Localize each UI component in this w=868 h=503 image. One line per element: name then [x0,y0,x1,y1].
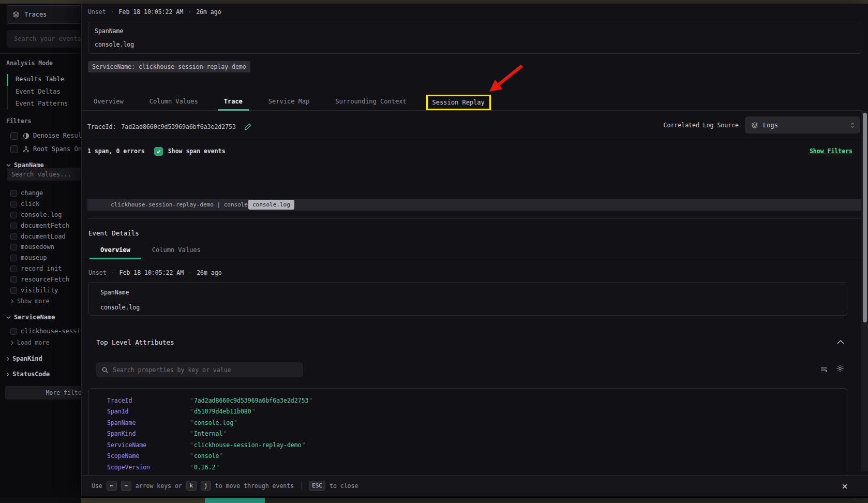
show-span-events-checkbox[interactable] [154,147,163,156]
option-console-log[interactable]: console.log [0,211,81,219]
footer-separator [301,482,302,490]
attribute-row[interactable]: ServiceName clickhouse-session-replay-de… [107,439,847,451]
load-more-link[interactable]: Load more [10,339,49,346]
source-select-traces[interactable]: Traces [7,5,81,24]
tab-overview[interactable]: Overview [87,92,130,110]
denoise-checkbox[interactable] [10,132,18,140]
span-bar[interactable]: console.log [248,200,294,210]
show-filters-link[interactable]: Show Filters [810,147,852,155]
log-source-select[interactable]: Logs [745,116,860,134]
span-card-value: console.log [100,304,140,311]
attribute-row[interactable]: SpanKind Internal [107,428,847,440]
properties-search-input[interactable] [96,362,303,377]
option-checkbox[interactable] [10,201,17,208]
option-checkbox[interactable] [10,190,17,197]
option-checkbox[interactable] [10,233,17,240]
attribute-row[interactable]: ScopeVersion 0.16.2 [107,462,847,473]
more-filters-button[interactable]: More filters [5,386,81,400]
filters-title: Filters [6,117,31,125]
select-updown-icon [850,122,855,129]
span-events-row: 1 span, 0 errors Show span events [87,145,226,157]
scrollbar-thumb[interactable] [863,113,867,322]
event-details-title: Event Details [88,229,139,237]
denoise-results-toggle[interactable]: Denoise Results [0,131,81,140]
option-clickhouse-service[interactable]: clickhouse-session-replay-demo [0,327,81,335]
group-servicename[interactable]: ServiceName [6,313,55,321]
attribute-row[interactable]: SpanName console.log [107,417,847,428]
tab-column-values[interactable]: Column Values [143,92,204,110]
chevron-down-icon [6,316,11,319]
subtab-overview[interactable]: Overview [89,241,141,259]
option-checkbox[interactable] [10,244,17,250]
option-checkbox[interactable] [10,265,17,272]
wrap-lines-icon[interactable] [820,365,828,374]
attribute-row[interactable]: ScopeName console [107,451,847,462]
option-checkbox[interactable] [10,212,17,218]
tab-session-replay[interactable]: Session Replay [426,95,491,110]
option-checkbox[interactable] [10,255,17,261]
option-checkbox[interactable] [10,223,17,229]
esc-key: ESC [309,481,325,491]
denoise-icon [23,132,29,139]
mode-event-deltas[interactable]: Event Deltas [16,88,61,95]
span-card-label: SpanName [95,27,123,35]
option-documentfetch[interactable]: documentFetch [0,221,81,230]
events-search-input[interactable] [7,30,81,48]
mode-results-table[interactable]: Results Table [16,76,64,83]
chevron-down-icon [6,164,11,167]
span-name-card: SpanName console.log [88,22,861,54]
chevron-right-icon [6,372,9,377]
correlated-log-source-label: Correlated Log Source [664,122,739,129]
event-relative-time: 26m ago [196,8,221,16]
mode-rail-active [7,74,8,86]
attributes-table: TraceId 7ad2ad8660c9d53969a6bf6a3e2d2753… [88,388,847,482]
drawer-tabs: Overview Column Values Trace Service Map… [82,92,862,111]
log-source-value: Logs [763,122,778,129]
option-change[interactable]: change [0,189,81,197]
group-statuscode[interactable]: StatusCode [6,370,50,378]
chevron-right-icon [10,341,14,345]
service-filter-chip[interactable]: ServiceName: clickhouse-session-replay-d… [88,61,250,72]
trace-id-row: TraceId: 7ad2ad8660c9d53969a6bf6a3e2d275… [87,123,251,131]
bottom-strip-teal [205,498,265,503]
layers-icon [751,122,758,129]
mode-event-patterns[interactable]: Event Patterns [16,100,68,107]
bottom-strip-olive [81,498,205,503]
event-side-panel: Unset · Feb 18 10:05:22 AM · 26m ago Spa… [81,4,868,496]
status-badge: Unset [88,269,107,276]
source-label: Traces [24,11,47,18]
sidebar-divider [0,53,81,54]
event-relative-time: 26m ago [197,269,221,276]
tab-surrounding-context[interactable]: Surrounding Context [329,92,412,110]
show-more-link[interactable]: Show more [10,298,49,305]
collapse-chevron-up-icon[interactable] [837,340,844,344]
analysis-mode-title: Analysis Mode [6,60,53,67]
waterfall-row[interactable]: clickhouse-session-replay-demo | console… [87,199,861,211]
drawer-footer: Use ← → arrow keys or k j to move throug… [82,475,868,496]
search-icon [101,366,109,374]
option-resourcefetch[interactable]: resourceFetch [0,275,81,284]
tab-trace[interactable]: Trace [218,92,249,110]
root-spans-toggle[interactable]: Root Spans Only [0,145,81,153]
gear-icon[interactable] [836,364,844,373]
option-checkbox[interactable] [10,276,17,283]
subtab-column-values[interactable]: Column Values [141,241,212,259]
option-record-init[interactable]: record init [0,264,81,273]
root-spans-checkbox[interactable] [10,145,18,153]
divider [88,218,861,219]
tab-service-map[interactable]: Service Map [262,92,316,110]
edit-pencil-icon[interactable] [244,123,251,130]
option-visibility[interactable]: visibility [0,286,81,294]
option-mouseup[interactable]: mouseup [0,254,81,262]
option-checkbox[interactable] [10,328,17,335]
option-mousedown[interactable]: mousedown [0,243,81,251]
option-checkbox[interactable] [10,287,17,294]
attribute-row[interactable]: SpanId d51079d4eb11b080 [107,406,847,418]
close-icon[interactable]: × [839,480,851,492]
status-badge: Unset [88,8,106,16]
option-click[interactable]: click [0,200,81,208]
spanname-values-search-input[interactable] [7,168,81,181]
option-documentload[interactable]: documentLoad [0,232,81,241]
group-spankind[interactable]: SpanKind [6,354,42,363]
attribute-row[interactable]: TraceId 7ad2ad8660c9d53969a6bf6a3e2d2753 [107,395,847,406]
